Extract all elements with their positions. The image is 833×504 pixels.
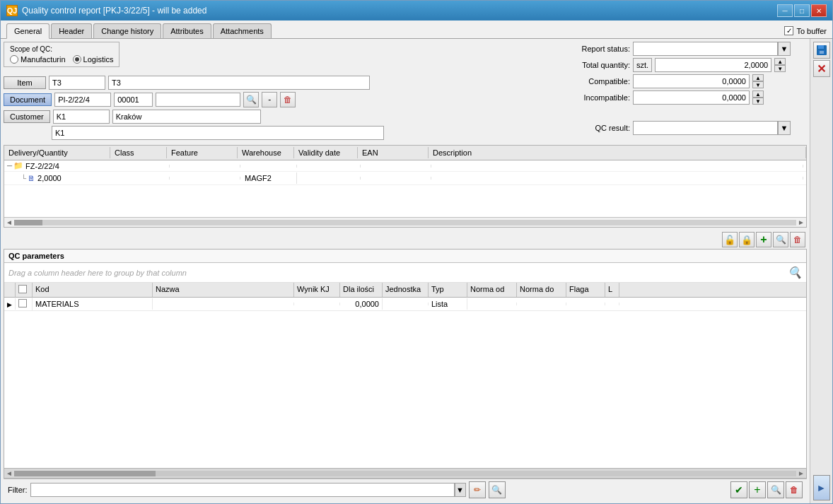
lock-closed-button[interactable]: 🔒: [739, 232, 755, 247]
close-button[interactable]: ✕: [811, 4, 827, 17]
bottom-search-button[interactable]: 🔍: [767, 481, 784, 498]
customer-city-input[interactable]: [112, 110, 261, 124]
tab-header[interactable]: Header: [51, 23, 92, 38]
navigate-icon: ►: [817, 482, 827, 493]
params-label-bar: QC parameters: [4, 250, 806, 263]
cancel-button[interactable]: ✕: [813, 60, 830, 77]
confirm-button[interactable]: ✔: [730, 481, 747, 498]
logistics-radio[interactable]: [73, 55, 81, 64]
delete-row-button[interactable]: 🗑: [790, 232, 805, 247]
document-button[interactable]: Document: [4, 93, 52, 106]
row-checkbox[interactable]: [18, 299, 27, 307]
incompatible-spinners: ▲ ▼: [752, 90, 764, 105]
incompatible-up[interactable]: ▲: [752, 90, 764, 98]
tab-attachments[interactable]: Attachments: [213, 23, 272, 38]
item-code-input[interactable]: [49, 76, 105, 90]
params-table-row[interactable]: ▶ MATERIALS 0,0000: [4, 298, 806, 311]
qc-result-input[interactable]: [633, 121, 778, 135]
params-scrollbar[interactable]: ◄ ►: [4, 468, 806, 478]
total-qty-spinners: ▲ ▼: [774, 58, 786, 72]
filter-edit-button[interactable]: ✏: [469, 481, 486, 498]
params-scroll-left[interactable]: ◄: [6, 469, 13, 477]
params-scroll-thumb[interactable]: [14, 471, 156, 476]
header-checkbox[interactable]: [18, 285, 27, 293]
app-icon: QJ: [6, 5, 18, 16]
table-row[interactable]: └ 🗎 2,0000 MAGF2: [4, 172, 806, 185]
add-button[interactable]: +: [749, 481, 766, 498]
qc-result-dropdown[interactable]: ▼: [778, 121, 791, 135]
form-right: Report status: ▼ Total quantity: szt. ▲: [552, 42, 807, 142]
feature-cell-2: [170, 177, 240, 180]
report-status-dropdown[interactable]: ▼: [778, 42, 791, 56]
expand-cell[interactable]: ▶: [4, 298, 16, 310]
params-scroll-track[interactable]: [14, 471, 796, 476]
report-status-input[interactable]: [633, 42, 778, 56]
filter-dropdown-btn[interactable]: ▼: [455, 483, 466, 497]
customer-code-input[interactable]: [53, 110, 110, 124]
total-qty-up[interactable]: ▲: [774, 58, 786, 65]
col-delivery-header: Delivery/Quantity: [4, 147, 110, 158]
customer-name-row: [4, 126, 538, 140]
compatible-input[interactable]: [633, 74, 750, 88]
delivery-value: FZ-2/22/4: [25, 162, 59, 170]
minimize-button[interactable]: ─: [777, 4, 793, 17]
item-desc-input[interactable]: [108, 76, 370, 90]
check-cell[interactable]: [16, 298, 33, 310]
col-desc-header: Description: [429, 147, 806, 158]
filter-input[interactable]: [30, 483, 455, 497]
add-row-button[interactable]: +: [756, 232, 771, 247]
scroll-right-arrow[interactable]: ►: [798, 218, 805, 226]
total-qty-down[interactable]: ▼: [774, 65, 786, 72]
expand-icon[interactable]: ─: [7, 162, 12, 170]
tab-general[interactable]: General: [6, 23, 49, 39]
qty-value: 2,0000: [37, 174, 62, 182]
form-left: Scope of QC: Manufacturin Logistics: [4, 42, 538, 142]
tab-changehistory[interactable]: Change history: [93, 23, 161, 38]
scroll-left-arrow[interactable]: ◄: [6, 218, 13, 226]
to-buffer-checkbox[interactable]: [784, 26, 793, 35]
tab-attributes[interactable]: Attributes: [163, 23, 211, 38]
tree-connector: └: [21, 175, 26, 182]
filter-search-button[interactable]: 🔍: [489, 481, 506, 498]
document-clear-button[interactable]: 🗑: [280, 92, 296, 107]
maximize-button[interactable]: □: [794, 4, 810, 17]
total-qty-input[interactable]: [655, 58, 771, 72]
lock-open-button[interactable]: 🔓: [722, 232, 738, 247]
validity-cell-2: [297, 177, 361, 180]
params-scroll-right[interactable]: ►: [798, 469, 805, 477]
save-button[interactable]: [813, 42, 830, 59]
total-qty-row: Total quantity: szt. ▲ ▼: [552, 58, 807, 72]
document-search-button[interactable]: 🔍: [243, 92, 259, 107]
document-value1-input[interactable]: [54, 93, 111, 107]
scroll-thumb[interactable]: [14, 220, 42, 225]
manufacturing-radio[interactable]: [10, 55, 18, 64]
save-icon: [816, 45, 827, 56]
incompatible-input[interactable]: [633, 90, 750, 105]
scroll-track[interactable]: [14, 220, 796, 225]
kod-col-header: Kod: [33, 283, 153, 297]
title-bar: QJ Quality control report [PKJ-3/22/5] -…: [1, 1, 832, 20]
kod-cell: MATERIALS: [33, 298, 153, 310]
params-search-icon[interactable]: 🔍: [788, 266, 802, 279]
customer-button[interactable]: Customer: [4, 110, 50, 123]
compatible-down[interactable]: ▼: [752, 81, 764, 88]
bottom-delete-button[interactable]: 🗑: [786, 481, 803, 498]
item-button[interactable]: Item: [4, 76, 46, 89]
scope-manufacturing[interactable]: Manufacturin: [10, 55, 66, 64]
ean-cell: [361, 165, 431, 168]
document-value3-input[interactable]: [156, 93, 240, 107]
search-row-button[interactable]: 🔍: [773, 232, 788, 247]
incompatible-down[interactable]: ▼: [752, 98, 764, 105]
navigate-button[interactable]: ►: [813, 475, 830, 500]
delivery-grid-scrollbar[interactable]: ◄ ►: [4, 217, 806, 227]
row-expand-arrow[interactable]: ▶: [7, 301, 12, 308]
drag-hint-text: Drag a column header here to group by th…: [8, 269, 187, 277]
table-row[interactable]: ─ 📁 FZ-2/22/4: [4, 160, 806, 172]
customer-name-input[interactable]: [52, 126, 384, 140]
document-split-button[interactable]: -: [262, 92, 277, 107]
compatible-up[interactable]: ▲: [752, 74, 764, 81]
scope-logistics[interactable]: Logistics: [73, 55, 114, 64]
delivery-grid-body: ─ 📁 FZ-2/22/4 └: [4, 160, 806, 217]
document-value2-input[interactable]: [114, 93, 153, 107]
tabs-area: General Header Change history Attributes…: [1, 20, 832, 39]
